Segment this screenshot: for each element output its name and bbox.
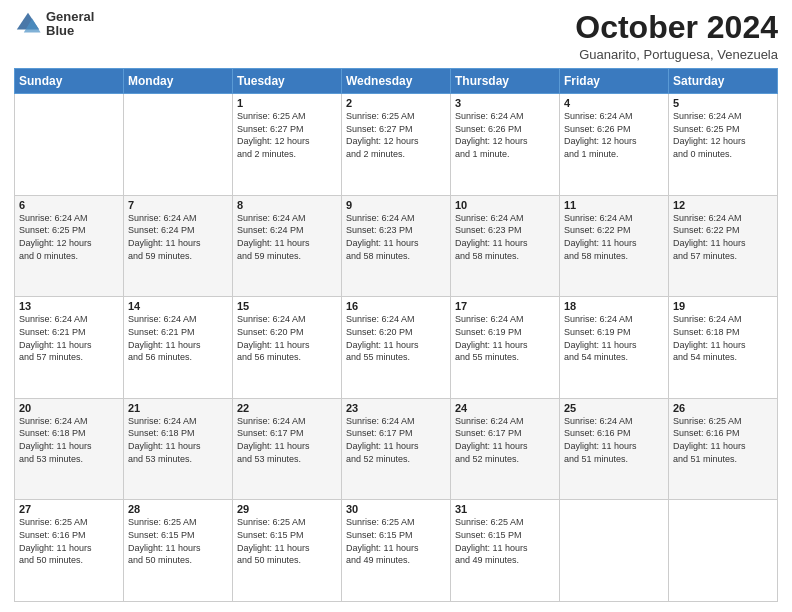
calendar-cell: 21Sunrise: 6:24 AM Sunset: 6:18 PM Dayli… [124,398,233,500]
header: General Blue October 2024 Guanarito, Por… [14,10,778,62]
calendar-cell: 15Sunrise: 6:24 AM Sunset: 6:20 PM Dayli… [233,297,342,399]
calendar-cell [669,500,778,602]
calendar-cell: 28Sunrise: 6:25 AM Sunset: 6:15 PM Dayli… [124,500,233,602]
calendar-cell: 18Sunrise: 6:24 AM Sunset: 6:19 PM Dayli… [560,297,669,399]
day-number: 20 [19,402,119,414]
page: General Blue October 2024 Guanarito, Por… [0,0,792,612]
day-info: Sunrise: 6:24 AM Sunset: 6:19 PM Dayligh… [564,313,664,363]
day-info: Sunrise: 6:25 AM Sunset: 6:15 PM Dayligh… [455,516,555,566]
day-number: 21 [128,402,228,414]
day-number: 24 [455,402,555,414]
calendar-cell: 26Sunrise: 6:25 AM Sunset: 6:16 PM Dayli… [669,398,778,500]
day-number: 1 [237,97,337,109]
weekday-header-friday: Friday [560,69,669,94]
calendar-cell: 24Sunrise: 6:24 AM Sunset: 6:17 PM Dayli… [451,398,560,500]
day-info: Sunrise: 6:24 AM Sunset: 6:16 PM Dayligh… [564,415,664,465]
calendar-table: SundayMondayTuesdayWednesdayThursdayFrid… [14,68,778,602]
day-info: Sunrise: 6:24 AM Sunset: 6:21 PM Dayligh… [128,313,228,363]
day-number: 10 [455,199,555,211]
day-number: 15 [237,300,337,312]
day-info: Sunrise: 6:24 AM Sunset: 6:23 PM Dayligh… [346,212,446,262]
day-info: Sunrise: 6:24 AM Sunset: 6:24 PM Dayligh… [128,212,228,262]
calendar-cell: 6Sunrise: 6:24 AM Sunset: 6:25 PM Daylig… [15,195,124,297]
week-row-3: 13Sunrise: 6:24 AM Sunset: 6:21 PM Dayli… [15,297,778,399]
logo-text: General Blue [46,10,94,39]
week-row-2: 6Sunrise: 6:24 AM Sunset: 6:25 PM Daylig… [15,195,778,297]
day-info: Sunrise: 6:24 AM Sunset: 6:17 PM Dayligh… [346,415,446,465]
day-info: Sunrise: 6:25 AM Sunset: 6:27 PM Dayligh… [346,110,446,160]
day-number: 2 [346,97,446,109]
calendar-cell: 7Sunrise: 6:24 AM Sunset: 6:24 PM Daylig… [124,195,233,297]
day-number: 27 [19,503,119,515]
day-number: 23 [346,402,446,414]
day-number: 26 [673,402,773,414]
day-number: 19 [673,300,773,312]
calendar-cell: 14Sunrise: 6:24 AM Sunset: 6:21 PM Dayli… [124,297,233,399]
calendar-cell: 29Sunrise: 6:25 AM Sunset: 6:15 PM Dayli… [233,500,342,602]
calendar-cell: 3Sunrise: 6:24 AM Sunset: 6:26 PM Daylig… [451,94,560,196]
day-info: Sunrise: 6:24 AM Sunset: 6:18 PM Dayligh… [128,415,228,465]
day-info: Sunrise: 6:25 AM Sunset: 6:15 PM Dayligh… [237,516,337,566]
day-info: Sunrise: 6:24 AM Sunset: 6:23 PM Dayligh… [455,212,555,262]
week-row-4: 20Sunrise: 6:24 AM Sunset: 6:18 PM Dayli… [15,398,778,500]
week-row-1: 1Sunrise: 6:25 AM Sunset: 6:27 PM Daylig… [15,94,778,196]
week-row-5: 27Sunrise: 6:25 AM Sunset: 6:16 PM Dayli… [15,500,778,602]
weekday-header-saturday: Saturday [669,69,778,94]
day-number: 13 [19,300,119,312]
day-info: Sunrise: 6:24 AM Sunset: 6:22 PM Dayligh… [564,212,664,262]
calendar-cell [15,94,124,196]
day-info: Sunrise: 6:24 AM Sunset: 6:22 PM Dayligh… [673,212,773,262]
calendar-cell: 11Sunrise: 6:24 AM Sunset: 6:22 PM Dayli… [560,195,669,297]
weekday-header-row: SundayMondayTuesdayWednesdayThursdayFrid… [15,69,778,94]
day-number: 29 [237,503,337,515]
calendar-cell: 23Sunrise: 6:24 AM Sunset: 6:17 PM Dayli… [342,398,451,500]
day-info: Sunrise: 6:24 AM Sunset: 6:25 PM Dayligh… [19,212,119,262]
calendar-cell: 22Sunrise: 6:24 AM Sunset: 6:17 PM Dayli… [233,398,342,500]
day-info: Sunrise: 6:24 AM Sunset: 6:21 PM Dayligh… [19,313,119,363]
day-info: Sunrise: 6:25 AM Sunset: 6:27 PM Dayligh… [237,110,337,160]
subtitle: Guanarito, Portuguesa, Venezuela [575,47,778,62]
logo-line2: Blue [46,24,94,38]
day-info: Sunrise: 6:24 AM Sunset: 6:19 PM Dayligh… [455,313,555,363]
weekday-header-tuesday: Tuesday [233,69,342,94]
day-number: 30 [346,503,446,515]
day-info: Sunrise: 6:24 AM Sunset: 6:24 PM Dayligh… [237,212,337,262]
day-info: Sunrise: 6:24 AM Sunset: 6:18 PM Dayligh… [19,415,119,465]
day-info: Sunrise: 6:24 AM Sunset: 6:17 PM Dayligh… [455,415,555,465]
month-title: October 2024 [575,10,778,45]
day-number: 8 [237,199,337,211]
calendar-cell [124,94,233,196]
day-number: 18 [564,300,664,312]
day-number: 3 [455,97,555,109]
calendar-cell: 25Sunrise: 6:24 AM Sunset: 6:16 PM Dayli… [560,398,669,500]
day-info: Sunrise: 6:24 AM Sunset: 6:20 PM Dayligh… [346,313,446,363]
day-number: 14 [128,300,228,312]
day-number: 5 [673,97,773,109]
weekday-header-thursday: Thursday [451,69,560,94]
day-number: 31 [455,503,555,515]
calendar-cell: 30Sunrise: 6:25 AM Sunset: 6:15 PM Dayli… [342,500,451,602]
day-number: 4 [564,97,664,109]
day-info: Sunrise: 6:24 AM Sunset: 6:26 PM Dayligh… [455,110,555,160]
day-info: Sunrise: 6:24 AM Sunset: 6:26 PM Dayligh… [564,110,664,160]
calendar-cell: 4Sunrise: 6:24 AM Sunset: 6:26 PM Daylig… [560,94,669,196]
calendar-cell: 8Sunrise: 6:24 AM Sunset: 6:24 PM Daylig… [233,195,342,297]
calendar-cell: 2Sunrise: 6:25 AM Sunset: 6:27 PM Daylig… [342,94,451,196]
calendar-cell: 31Sunrise: 6:25 AM Sunset: 6:15 PM Dayli… [451,500,560,602]
day-number: 11 [564,199,664,211]
day-info: Sunrise: 6:24 AM Sunset: 6:17 PM Dayligh… [237,415,337,465]
calendar-cell: 10Sunrise: 6:24 AM Sunset: 6:23 PM Dayli… [451,195,560,297]
day-number: 25 [564,402,664,414]
logo-icon [14,10,42,38]
calendar-cell: 1Sunrise: 6:25 AM Sunset: 6:27 PM Daylig… [233,94,342,196]
calendar-cell: 16Sunrise: 6:24 AM Sunset: 6:20 PM Dayli… [342,297,451,399]
day-number: 17 [455,300,555,312]
calendar-cell: 12Sunrise: 6:24 AM Sunset: 6:22 PM Dayli… [669,195,778,297]
calendar-cell: 20Sunrise: 6:24 AM Sunset: 6:18 PM Dayli… [15,398,124,500]
weekday-header-wednesday: Wednesday [342,69,451,94]
day-number: 28 [128,503,228,515]
day-info: Sunrise: 6:25 AM Sunset: 6:15 PM Dayligh… [128,516,228,566]
logo: General Blue [14,10,94,39]
day-info: Sunrise: 6:25 AM Sunset: 6:16 PM Dayligh… [19,516,119,566]
calendar-cell: 9Sunrise: 6:24 AM Sunset: 6:23 PM Daylig… [342,195,451,297]
